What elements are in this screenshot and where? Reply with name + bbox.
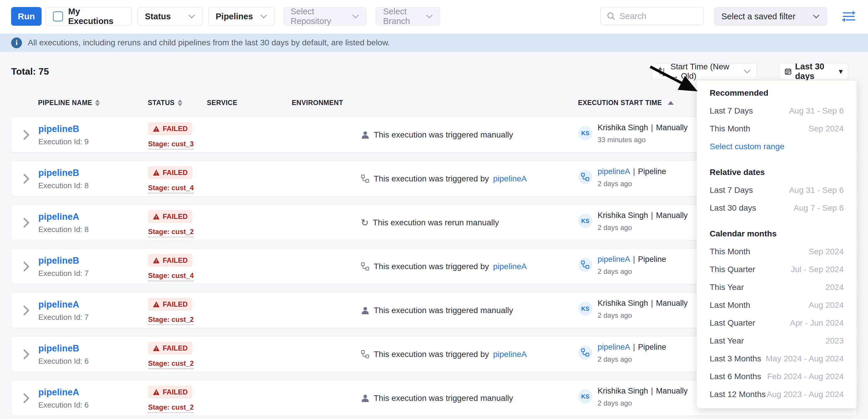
menu-item-last-quarter[interactable]: Last Quarter Apr - Jun 2024 bbox=[697, 314, 857, 332]
trigger-pipeline-link[interactable]: pipelineA bbox=[493, 350, 527, 359]
menu-item-last-6-months[interactable]: Last 6 Months Feb 2024 - Aug 2024 bbox=[697, 367, 857, 385]
pipeline-avatar bbox=[578, 258, 592, 272]
header-status-label: STATUS bbox=[148, 99, 175, 107]
actor-name: Krishika Singh bbox=[597, 123, 648, 132]
failed-stage-link[interactable]: Stage: cust_4 bbox=[148, 271, 194, 281]
actor-pipeline-link[interactable]: pipelineA bbox=[597, 255, 630, 264]
saved-filter-dropdown[interactable]: Select a saved filter bbox=[714, 7, 827, 26]
search-input[interactable] bbox=[620, 11, 690, 21]
header-pipeline-name-label: PIPELINE NAME bbox=[38, 99, 92, 107]
chevron-right-icon[interactable] bbox=[23, 218, 30, 228]
actor-pipeline-link[interactable]: pipelineA bbox=[597, 167, 630, 176]
chevron-right-icon[interactable] bbox=[23, 305, 30, 315]
menu-item-this-quarter[interactable]: This Quarter Jul - Sep 2024 bbox=[697, 260, 857, 278]
warning-icon bbox=[153, 213, 160, 220]
failed-stage-link[interactable]: Stage: cust_2 bbox=[148, 403, 194, 413]
chevron-right-icon[interactable] bbox=[23, 174, 30, 184]
select-repository-dropdown[interactable]: Select Repository bbox=[283, 7, 366, 26]
pipeline-name-link[interactable]: pipelineA bbox=[38, 299, 79, 310]
menu-item-last-30-days[interactable]: Last 30 days Aug 7 - Sep 6 bbox=[697, 199, 857, 217]
header-environment-label: ENVIRONMENT bbox=[292, 99, 343, 107]
execution-start-cell: KS Krishika Singh|Manually 2 days ago bbox=[578, 387, 688, 407]
pipeline-name-link[interactable]: pipelineA bbox=[38, 212, 79, 222]
chevron-right-icon[interactable] bbox=[23, 130, 30, 140]
pipeline-name-link[interactable]: pipelineB bbox=[38, 343, 79, 354]
trigger-pipeline-link[interactable]: pipelineA bbox=[493, 174, 527, 184]
filter-settings-icon[interactable] bbox=[842, 10, 856, 23]
status-badge: FAILED bbox=[148, 122, 192, 135]
total-count: Total: 75 bbox=[11, 66, 49, 77]
chevron-down-icon bbox=[260, 14, 267, 19]
trigger-text: This execution was triggered manually bbox=[374, 130, 513, 139]
execution-id: Execution Id: 8 bbox=[38, 225, 89, 234]
execution-id: Execution Id: 8 bbox=[38, 181, 89, 190]
menu-item-last-7-days[interactable]: Last 7 Days Aug 31 - Sep 6 bbox=[697, 102, 857, 120]
failed-stage-link[interactable]: Stage: cust_4 bbox=[148, 184, 194, 193]
separator: | bbox=[633, 167, 635, 176]
menu-item-range: Sep 2024 bbox=[809, 247, 844, 256]
menu-item-label: Last 6 Months bbox=[710, 372, 761, 381]
trigger-text: This execution was triggered by bbox=[374, 262, 489, 271]
pipeline-name-link[interactable]: pipelineB bbox=[38, 124, 79, 134]
menu-item-range: May 2024 - Aug 2024 bbox=[766, 354, 844, 363]
my-executions-toggle[interactable]: My Executions bbox=[45, 7, 132, 26]
menu-item-last-year[interactable]: Last Year 2023 bbox=[697, 332, 857, 350]
pipeline-icon bbox=[581, 260, 590, 269]
status-label: FAILED bbox=[163, 125, 188, 133]
rerun-icon: ↻ bbox=[361, 218, 369, 227]
menu-item-label: Last 3 Months bbox=[710, 354, 761, 363]
menu-item-last-3-months[interactable]: Last 3 Months May 2024 - Aug 2024 bbox=[697, 350, 857, 367]
execution-start-cell: KS Krishika Singh|Manually 2 days ago bbox=[578, 211, 688, 232]
chevron-down-icon bbox=[426, 14, 433, 19]
header-status[interactable]: STATUS bbox=[148, 99, 182, 107]
header-service-label: SERVICE bbox=[207, 99, 237, 107]
menu-section-calendar-months: Calendar months bbox=[697, 225, 857, 243]
menu-item-this-month[interactable]: This Month Sep 2024 bbox=[697, 243, 857, 260]
failed-stage-link[interactable]: Stage: cust_2 bbox=[148, 228, 194, 237]
pipeline-icon bbox=[581, 348, 590, 357]
pipeline-name-link[interactable]: pipelineB bbox=[38, 255, 79, 266]
menu-item-this-month[interactable]: This Month Sep 2024 bbox=[697, 120, 857, 137]
failed-stage-link[interactable]: Stage: cust_3 bbox=[148, 140, 194, 150]
chevron-down-icon bbox=[813, 14, 820, 19]
pipeline-name-link[interactable]: pipelineB bbox=[38, 168, 79, 178]
status-badge: FAILED bbox=[148, 298, 192, 311]
menu-item-last-7-days[interactable]: Last 7 Days Aug 31 - Sep 6 bbox=[697, 181, 857, 199]
header-execution-start-time[interactable]: EXECUTION START TIME bbox=[578, 99, 674, 107]
menu-section-relative-dates: Relative dates bbox=[697, 163, 857, 181]
status-badge: FAILED bbox=[148, 210, 192, 223]
menu-item-last-month[interactable]: Last Month Aug 2024 bbox=[697, 296, 857, 314]
actor-name: Krishika Singh bbox=[597, 211, 648, 220]
saved-filter-label: Select a saved filter bbox=[721, 12, 796, 21]
chevron-right-icon[interactable] bbox=[23, 349, 30, 359]
trigger-pipeline-link[interactable]: pipelineA bbox=[493, 262, 527, 271]
chevron-right-icon[interactable] bbox=[23, 393, 30, 403]
menu-item-this-year[interactable]: This Year 2024 bbox=[697, 278, 857, 296]
pipelines-filter-dropdown[interactable]: Pipelines bbox=[208, 7, 275, 26]
status-filter-dropdown[interactable]: Status bbox=[137, 7, 203, 26]
caret-down-icon: ▾ bbox=[839, 67, 842, 75]
trigger-type: Pipeline bbox=[638, 343, 666, 351]
actor-name: Krishika Singh bbox=[597, 387, 648, 395]
failed-stage-link[interactable]: Stage: cust_2 bbox=[148, 315, 194, 325]
trigger-text: This execution was triggered by bbox=[374, 350, 489, 359]
pipeline-name-link[interactable]: pipelineA bbox=[38, 387, 79, 398]
sort-icon bbox=[658, 67, 666, 76]
sort-dropdown[interactable]: Start Time (New → Old) bbox=[651, 63, 757, 79]
my-executions-checkbox[interactable] bbox=[53, 11, 63, 21]
run-button[interactable]: Run bbox=[11, 7, 41, 26]
header-pipeline-name[interactable]: PIPELINE NAME bbox=[38, 99, 100, 107]
chevron-down-icon bbox=[352, 14, 359, 19]
select-custom-range-link[interactable]: Select custom range bbox=[710, 142, 784, 151]
menu-item-range: Aug 31 - Sep 6 bbox=[789, 186, 844, 195]
menu-item-last-12-months[interactable]: Last 12 Months Aug 2023 - Aug 2024 bbox=[697, 385, 857, 403]
status-label: FAILED bbox=[163, 300, 188, 309]
date-range-button[interactable]: Last 30 days ▾ bbox=[779, 63, 848, 79]
failed-stage-link[interactable]: Stage: cust_2 bbox=[148, 359, 194, 369]
avatar: KS bbox=[578, 214, 592, 228]
actor-pipeline-link[interactable]: pipelineA bbox=[597, 343, 630, 351]
select-branch-dropdown[interactable]: Select Branch bbox=[376, 7, 440, 26]
warning-icon bbox=[153, 389, 160, 395]
chevron-right-icon[interactable] bbox=[23, 262, 30, 271]
select-branch-label: Select Branch bbox=[383, 7, 426, 26]
